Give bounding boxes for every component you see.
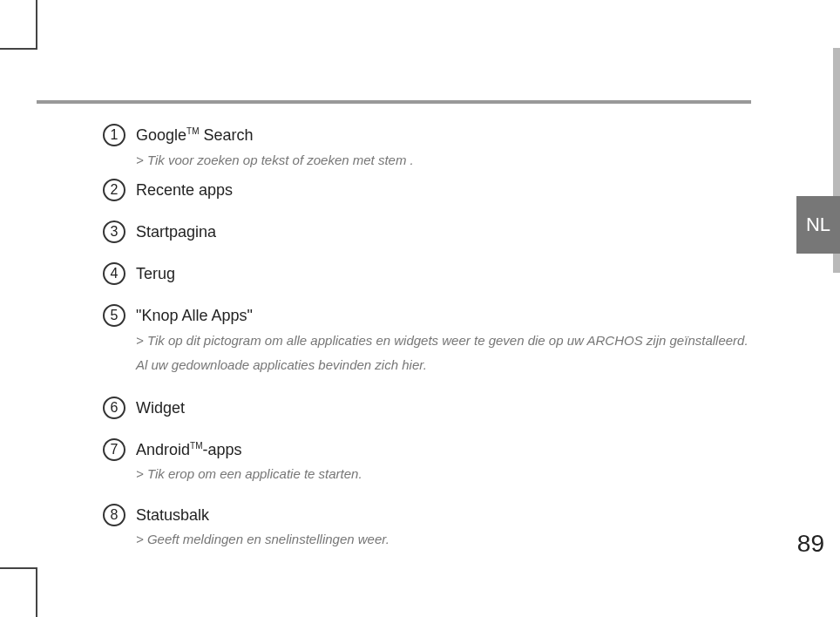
list-item: 4 Terug [103, 262, 765, 285]
item-title: Startpagina [136, 222, 765, 242]
number-marker: 5 [103, 304, 136, 327]
list-item: 8 Statusbalk > Geeft meldingen en snelin… [103, 504, 765, 550]
crop-mark [36, 0, 37, 50]
circled-number-icon: 8 [103, 504, 125, 526]
crop-mark [36, 567, 37, 617]
item-desc: > Tik erop om een applicatie te starten. [136, 464, 765, 485]
list-item: 3 Startpagina [103, 220, 765, 243]
item-title: Recente apps [136, 180, 765, 200]
number-marker: 8 [103, 504, 136, 526]
page-number: 89 [797, 530, 824, 558]
list-item: 6 Widget [103, 397, 765, 419]
crop-mark [0, 567, 37, 569]
item-desc: > Tik op dit pictogram om alle applicati… [136, 331, 765, 351]
number-marker: 3 [103, 220, 136, 243]
list-item: 1 GoogleTM Search > Tik voor zoeken op t… [103, 124, 765, 170]
list-item: 7 AndroidTM-apps > Tik erop om een appli… [103, 438, 765, 485]
number-marker: 7 [103, 438, 136, 461]
item-desc: Al uw gedownloade applicaties bevinden z… [136, 356, 765, 376]
item-title: GoogleTM Search [136, 125, 765, 146]
number-marker: 1 [103, 124, 136, 146]
item-title: Widget [136, 398, 765, 418]
list-item: 2 Recente apps [103, 179, 765, 201]
item-title: AndroidTM-apps [136, 440, 765, 460]
circled-number-icon: 2 [103, 179, 125, 201]
item-title: "Knop Alle Apps" [136, 306, 765, 326]
circled-number-icon: 3 [103, 220, 125, 243]
circled-number-icon: 5 [103, 304, 125, 327]
top-rule [37, 100, 751, 104]
item-desc: > Geeft meldingen en snelinstellingen we… [136, 530, 765, 550]
item-title: Statusbalk [136, 505, 765, 525]
language-tab: NL [796, 196, 840, 254]
item-desc: > Tik voor zoeken op tekst of zoeken met… [136, 151, 765, 171]
item-title: Terug [136, 264, 765, 284]
list-item: 5 "Knop Alle Apps" > Tik op dit pictogra… [103, 304, 765, 376]
circled-number-icon: 6 [103, 397, 125, 419]
legend-list: 1 GoogleTM Search > Tik voor zoeken op t… [103, 124, 765, 550]
crop-mark [0, 48, 37, 50]
number-marker: 4 [103, 262, 136, 285]
number-marker: 6 [103, 397, 136, 419]
circled-number-icon: 1 [103, 124, 125, 146]
language-tab-label: NL [806, 214, 830, 236]
circled-number-icon: 7 [103, 438, 125, 461]
circled-number-icon: 4 [103, 262, 125, 285]
number-marker: 2 [103, 179, 136, 201]
